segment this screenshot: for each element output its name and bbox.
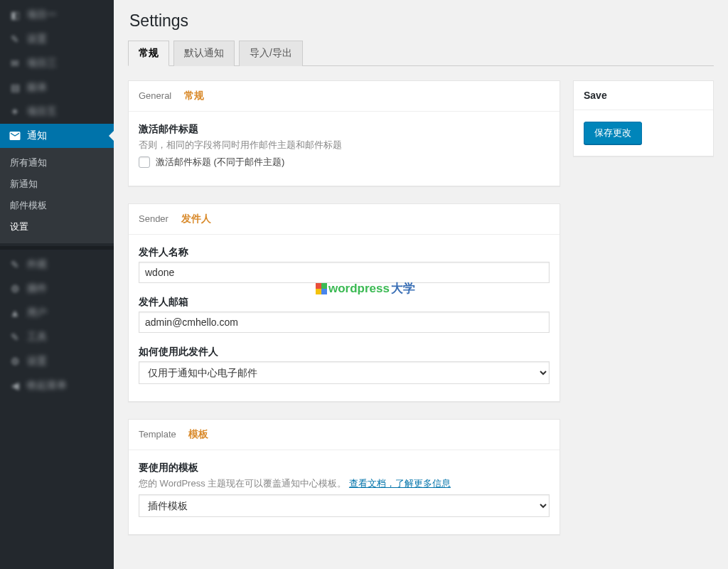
card-heading-zh: 发件人 [181, 213, 211, 224]
activate-title-checkbox[interactable]: 激活邮件标题 (不同于邮件主题) [139, 156, 550, 169]
submenu-new-notification[interactable]: 新通知 [0, 174, 114, 195]
page-title: Settings [129, 11, 714, 31]
card-heading: Template 模板 [129, 420, 560, 450]
sidebar-item-blurred[interactable]: ✦项目五 [0, 100, 114, 124]
comment-icon: ✦ [9, 105, 21, 118]
field-label: 如何使用此发件人 [139, 346, 550, 358]
field-label: 要使用的模板 [139, 462, 550, 474]
save-changes-button[interactable]: 保存更改 [584, 122, 642, 144]
field-label: 激活邮件标题 [139, 123, 550, 136]
media-icon: ✉ [9, 57, 21, 70]
template-select[interactable]: 插件模板 [139, 494, 550, 517]
submenu-settings[interactable]: 设置 [0, 216, 114, 238]
sender-usage-select[interactable]: 仅用于通知中心电子邮件 [139, 361, 550, 384]
save-title: Save [584, 90, 607, 101]
tab-import-export[interactable]: 导入/导出 [239, 41, 303, 66]
admin-sidebar: ◧项目一 ✎设置 ✉项目三 ▤媒体 ✦项目五 通知 所有通知 新通知 邮件模板 … [0, 0, 114, 569]
sidebar-item-notifications[interactable]: 通知 [0, 124, 114, 148]
card-heading-en: General [139, 90, 171, 101]
card-heading-zh: 常规 [184, 90, 204, 101]
sidebar-item-blurred[interactable]: ⚙插件 [0, 277, 114, 301]
user-icon: ▲ [9, 307, 21, 319]
tab-bar: 常规 默认通知 导入/导出 [128, 41, 714, 66]
plugin-icon: ⚙ [9, 282, 21, 295]
card-heading: Sender 发件人 [129, 204, 560, 235]
save-card: Save 保存更改 [573, 80, 714, 156]
tool-icon: ✎ [9, 331, 21, 344]
sidebar-item-blurred[interactable]: ✎设置 [0, 27, 114, 51]
sidebar-item-blurred[interactable]: ▲用户 [0, 301, 114, 325]
sidebar-item-blurred[interactable]: ✎外观 [0, 252, 114, 277]
sidebar-item-blurred[interactable]: ✎工具 [0, 325, 114, 349]
sidebar-separator [0, 246, 114, 250]
field-label: 发件人邮箱 [139, 296, 550, 309]
sidebar-item-collapse[interactable]: ◀收起菜单 [0, 373, 114, 398]
appearance-icon: ✎ [9, 258, 21, 271]
tab-general[interactable]: 常规 [128, 41, 169, 66]
card-heading-en: Template [139, 429, 176, 440]
collapse-icon: ◀ [9, 379, 21, 392]
sender-card: Sender 发件人 发件人名称 发件人邮箱 如何使用此发 [128, 203, 560, 402]
sidebar-item-blurred[interactable]: ✉项目三 [0, 51, 114, 75]
checkbox-icon [139, 156, 150, 168]
settings-icon: ⚙ [9, 355, 21, 368]
template-docs-link[interactable]: 查看文档，了解更多信息 [349, 478, 451, 489]
general-card: General 常规 激活邮件标题 否则，相同的字段将同时用作邮件主题和邮件标题… [128, 80, 560, 186]
sidebar-submenu: 所有通知 新通知 邮件模板 设置 [0, 148, 114, 243]
sidebar-item-blurred[interactable]: ◧项目一 [0, 3, 114, 27]
field-help: 否则，相同的字段将同时用作邮件主题和邮件标题 [139, 139, 550, 151]
submenu-all-notifications[interactable]: 所有通知 [0, 152, 114, 174]
sidebar-item-label: 通知 [27, 129, 47, 142]
template-card: Template 模板 要使用的模板 您的 WordPress 主题现在可以覆盖… [128, 419, 560, 535]
sender-name-input[interactable] [139, 262, 550, 283]
tab-default-notifications[interactable]: 默认通知 [173, 41, 235, 66]
sidebar-item-blurred[interactable]: ⚙设置 [0, 349, 114, 373]
card-heading: General 常规 [129, 81, 560, 112]
sender-email-input[interactable] [139, 312, 550, 333]
mail-icon [9, 129, 21, 142]
main-content: Settings 常规 默认通知 导入/导出 General 常规 激活邮件标题 [114, 0, 728, 569]
sidebar-item-blurred[interactable]: ▤媒体 [0, 75, 114, 100]
page-icon: ▤ [9, 81, 21, 94]
card-heading-zh: 模板 [188, 428, 208, 440]
pin-icon: ✎ [9, 33, 21, 46]
checkbox-label: 激活邮件标题 (不同于邮件主题) [156, 156, 284, 169]
card-heading: Save [574, 81, 713, 110]
field-help: 您的 WordPress 主题现在可以覆盖通知中心模板。 查看文档，了解更多信息 [139, 477, 550, 490]
dashboard-icon: ◧ [9, 9, 21, 21]
card-heading-en: Sender [139, 213, 168, 224]
submenu-mail-templates[interactable]: 邮件模板 [0, 195, 114, 216]
field-label: 发件人名称 [139, 246, 550, 259]
